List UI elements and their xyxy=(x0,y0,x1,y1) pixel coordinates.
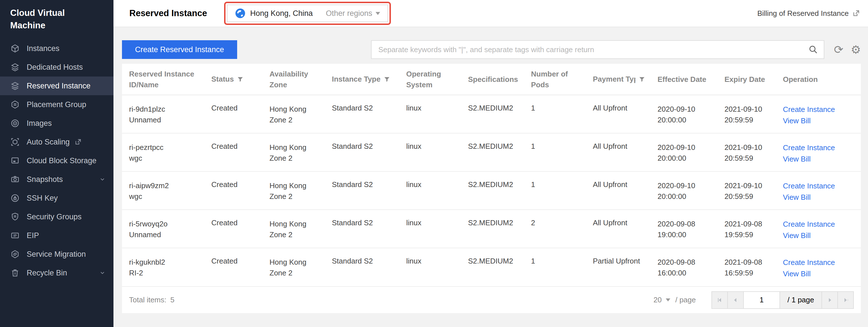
ri-id: ri-9dn1plzc xyxy=(129,104,207,115)
page-size-select[interactable]: 20 / page xyxy=(654,296,696,304)
first-page-icon xyxy=(716,297,723,303)
create-instance-link[interactable]: Create Instance xyxy=(783,257,856,268)
first-page-button[interactable] xyxy=(711,291,728,309)
sidebar: Cloud Virtual Machine Instances Dedicate… xyxy=(0,0,114,327)
create-instance-link[interactable]: Create Instance xyxy=(783,142,856,153)
view-bill-link[interactable]: View Bill xyxy=(783,153,856,165)
view-bill-link[interactable]: View Bill xyxy=(783,230,856,241)
pods-cell: 2 xyxy=(531,210,593,248)
effective-time: 20:00:00 xyxy=(657,191,720,202)
sidebar-item-dedicated-hosts[interactable]: Dedicated Hosts xyxy=(0,58,114,76)
total-items-label: Total items: xyxy=(129,296,166,304)
prev-page-button[interactable] xyxy=(727,291,744,309)
instance-type-cell: Standard S2 xyxy=(332,210,406,248)
payment-cell: All Upfront xyxy=(593,210,657,248)
sidebar-item-label: Service Migration xyxy=(27,249,86,259)
pods-cell: 1 xyxy=(531,248,593,286)
effective-date: 2020-09-10 xyxy=(657,104,720,115)
placement-group-icon xyxy=(10,100,20,109)
ri-id: ri-pezrtpcc xyxy=(129,142,207,153)
column-specifications: Specifications xyxy=(468,74,526,85)
az-cell: Hong Kong Zone 2 xyxy=(270,104,315,125)
sidebar-item-eip[interactable]: IP EIP xyxy=(0,226,114,245)
settings-icon[interactable]: ⚙ xyxy=(851,44,861,55)
create-instance-link[interactable]: Create Instance xyxy=(783,104,856,115)
sidebar-item-recycle-bin[interactable]: Recycle Bin xyxy=(0,264,114,282)
billing-link[interactable]: Billing of Reserved Instance xyxy=(757,9,860,18)
status-cell: Created xyxy=(211,133,270,171)
region-selector[interactable]: Hong Kong, China Other regions xyxy=(227,4,388,22)
effective-time: 20:00:00 xyxy=(657,115,720,125)
search-box xyxy=(371,40,824,59)
column-number-of-pods: Number of Pods xyxy=(531,69,574,90)
ri-id: ri-aipw9zm2 xyxy=(129,180,207,191)
sidebar-item-placement-group[interactable]: Placement Group xyxy=(0,95,114,114)
search-icon[interactable] xyxy=(808,45,818,55)
page-size-value: 20 xyxy=(654,296,662,304)
caret-down-icon xyxy=(376,12,380,15)
current-page-input[interactable]: 1 xyxy=(743,291,780,309)
view-bill-link[interactable]: View Bill xyxy=(783,192,856,203)
filter-icon[interactable] xyxy=(237,76,243,83)
per-page-label: / page xyxy=(675,296,696,304)
create-instance-link[interactable]: Create Instance xyxy=(783,219,856,230)
table-row: ri-5rwoyq2oUnnamed Created Hong Kong Zon… xyxy=(122,210,861,248)
sidebar-item-auto-scaling[interactable]: Auto Scaling xyxy=(0,133,114,151)
sidebar-item-instances[interactable]: Instances xyxy=(0,39,114,58)
spec-cell: S2.MEDIUM2 xyxy=(468,133,531,171)
sidebar-item-cloud-block-storage[interactable]: Cloud Block Storage xyxy=(0,151,114,170)
effective-time: 20:00:00 xyxy=(657,153,720,164)
auto-scaling-icon xyxy=(10,137,20,147)
payment-cell: Partial Upfront xyxy=(593,248,657,286)
sidebar-title: Cloud Virtual Machine xyxy=(0,0,94,35)
view-bill-link[interactable]: View Bill xyxy=(783,115,856,126)
billing-link-label: Billing of Reserved Instance xyxy=(757,9,849,18)
spec-cell: S2.MEDIUM2 xyxy=(468,95,531,133)
status-cell: Created xyxy=(211,171,270,210)
effective-date: 2020-09-08 xyxy=(657,257,720,267)
toolbar: Create Reserved Instance ⟳ ⚙ xyxy=(122,40,861,59)
instance-type-cell: Standard S2 xyxy=(332,95,406,133)
other-regions-dropdown[interactable]: Other regions xyxy=(326,9,380,18)
ri-name: Unnamed xyxy=(129,115,207,125)
refresh-icon[interactable]: ⟳ xyxy=(834,44,844,55)
next-page-icon xyxy=(826,297,833,303)
sidebar-item-label: Dedicated Hosts xyxy=(27,62,83,72)
last-page-button[interactable] xyxy=(837,291,854,309)
column-status: Status xyxy=(211,75,234,84)
expiry-date: 2021-09-10 xyxy=(724,180,778,191)
sidebar-item-ssh-key[interactable]: SSH Key xyxy=(0,189,114,207)
next-page-button[interactable] xyxy=(822,291,838,309)
view-bill-link[interactable]: View Bill xyxy=(783,268,856,280)
sidebar-item-label: Images xyxy=(27,118,52,128)
images-icon xyxy=(10,119,20,128)
globe-icon xyxy=(235,8,246,19)
search-input[interactable] xyxy=(378,41,808,58)
az-cell: Hong Kong Zone 2 xyxy=(270,257,315,278)
payment-cell: All Upfront xyxy=(593,133,657,171)
effective-time: 16:00:00 xyxy=(657,267,720,278)
page-title: Reserved Instance xyxy=(129,8,207,19)
table-row: ri-9dn1plzcUnnamed Created Hong Kong Zon… xyxy=(122,95,861,133)
filter-icon[interactable] xyxy=(639,76,645,83)
sidebar-item-security-groups[interactable]: Security Groups xyxy=(0,207,114,226)
other-regions-label: Other regions xyxy=(326,9,372,18)
external-link-icon xyxy=(852,9,860,17)
table-footer: Total items: 5 20 / page 1 / 1 page xyxy=(122,286,861,313)
expiry-date: 2021-09-10 xyxy=(724,104,778,115)
column-payment-type: Payment Type xyxy=(593,75,636,84)
sidebar-item-service-migration[interactable]: Service Migration xyxy=(0,245,114,264)
spec-cell: S2.MEDIUM2 xyxy=(468,210,531,248)
sidebar-item-snapshots[interactable]: Snapshots xyxy=(0,170,114,189)
expiry-date: 2021-09-10 xyxy=(724,142,778,153)
create-reserved-instance-button[interactable]: Create Reserved Instance xyxy=(122,40,237,59)
filter-icon[interactable] xyxy=(384,76,390,83)
sidebar-item-reserved-instance[interactable]: Reserved Instance xyxy=(0,76,114,95)
create-instance-link[interactable]: Create Instance xyxy=(783,180,856,192)
effective-time: 19:00:00 xyxy=(657,229,720,240)
reserved-instance-table-card: Reserved Instance ID/Name Status Availab… xyxy=(122,64,861,313)
chevron-down-icon xyxy=(99,270,105,276)
sidebar-item-images[interactable]: Images xyxy=(0,114,114,133)
sidebar-item-label: SSH Key xyxy=(27,193,58,203)
eip-icon: IP xyxy=(10,231,20,240)
